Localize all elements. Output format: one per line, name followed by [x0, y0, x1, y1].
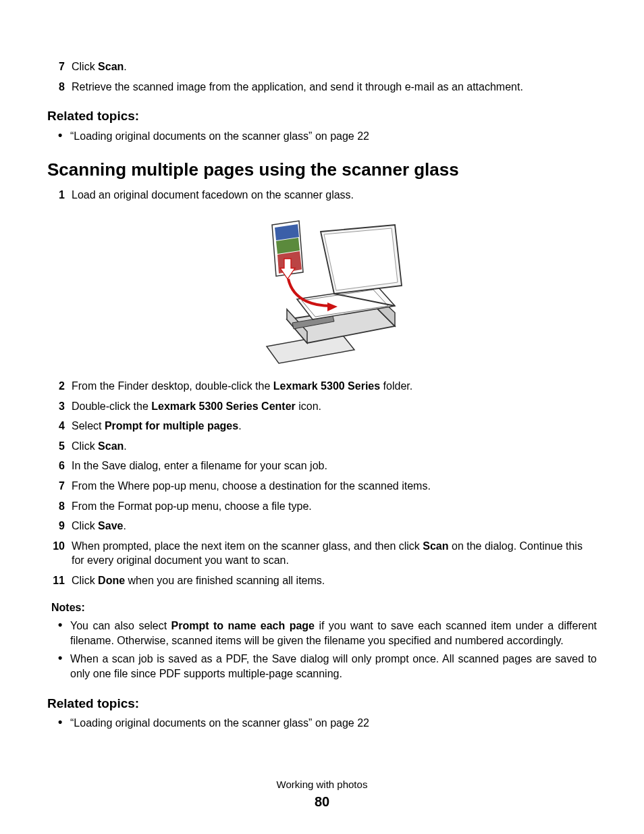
step-text: From the Finder desktop, double-click th… [72, 380, 412, 392]
step-number: 1 [49, 188, 65, 203]
step-number: 5 [49, 439, 65, 454]
step-5: 5 Click Scan. [65, 439, 597, 454]
step-text: In the Save dialog, enter a filename for… [72, 460, 327, 471]
step-3: 3 Double-click the Lexmark 5300 Series C… [65, 399, 597, 414]
step-number: 11 [49, 573, 65, 588]
step-number: 6 [49, 459, 65, 473]
step-text: Click Scan. [72, 61, 127, 72]
footer-label: Working with photos [47, 778, 597, 791]
step-7b: 7 From the Where pop-up menu, choose a d… [65, 479, 597, 494]
step-text: From the Where pop-up menu, choose a des… [72, 480, 431, 492]
step-number: 9 [49, 519, 65, 533]
step-8b: 8 From the Format pop-up menu, choose a … [65, 499, 597, 514]
continued-steps: 7 Click Scan. 8 Retrieve the scanned ima… [47, 59, 597, 94]
step-text: When prompted, place the next item on th… [72, 540, 583, 567]
note-1: You can also select Prompt to name each … [65, 619, 597, 648]
svg-marker-8 [324, 228, 398, 290]
step-1: 1 Load an original document facedown on … [65, 188, 597, 367]
main-steps: 1 Load an original document facedown on … [47, 188, 597, 588]
step-7: 7 Click Scan. [65, 59, 597, 74]
step-number: 7 [49, 59, 65, 74]
step-text: Select Prompt for multiple pages. [72, 420, 242, 432]
page-footer: Working with photos 80 [47, 778, 597, 811]
step-number: 2 [49, 379, 65, 394]
related-topics-list-1: “Loading original documents on the scann… [47, 129, 597, 144]
step-2: 2 From the Finder desktop, double-click … [65, 379, 597, 394]
step-number: 3 [49, 399, 65, 414]
step-number: 8 [49, 80, 65, 95]
footer-page-number: 80 [47, 793, 597, 811]
related-topics-list-2: “Loading original documents on the scann… [47, 716, 597, 731]
scanner-illustration [260, 211, 408, 367]
section-title: Scanning multiple pages using the scanne… [47, 158, 597, 182]
step-6: 6 In the Save dialog, enter a filename f… [65, 459, 597, 473]
step-number: 7 [49, 479, 65, 494]
related-topics-heading-2: Related topics: [47, 695, 597, 712]
step-text: Click Scan. [72, 440, 127, 452]
step-4: 4 Select Prompt for multiple pages. [65, 419, 597, 434]
step-text: Double-click the Lexmark 5300 Series Cen… [72, 400, 321, 412]
note-2: When a scan job is saved as a PDF, the S… [65, 652, 597, 681]
step-text: Click Save. [72, 520, 126, 531]
step-text: From the Format pop-up menu, choose a fi… [72, 500, 312, 512]
step-number: 8 [49, 499, 65, 514]
step-text: Load an original document facedown on th… [72, 189, 354, 201]
step-number: 10 [49, 539, 65, 554]
step-11: 11 Click Done when you are finished scan… [65, 573, 597, 588]
related-link-2[interactable]: “Loading original documents on the scann… [65, 716, 597, 731]
step-9: 9 Click Save. [65, 519, 597, 533]
step-8: 8 Retrieve the scanned image from the ap… [65, 80, 597, 95]
notes-list: You can also select Prompt to name each … [47, 619, 597, 681]
step-text: Retrieve the scanned image from the appl… [72, 81, 523, 93]
related-topics-heading-1: Related topics: [47, 107, 597, 125]
step-text: Click Done when you are finished scannin… [72, 575, 325, 586]
related-link-1[interactable]: “Loading original documents on the scann… [65, 129, 597, 144]
step-number: 4 [49, 419, 65, 434]
notes-heading: Notes: [51, 600, 597, 615]
step-10: 10 When prompted, place the next item on… [65, 539, 597, 568]
